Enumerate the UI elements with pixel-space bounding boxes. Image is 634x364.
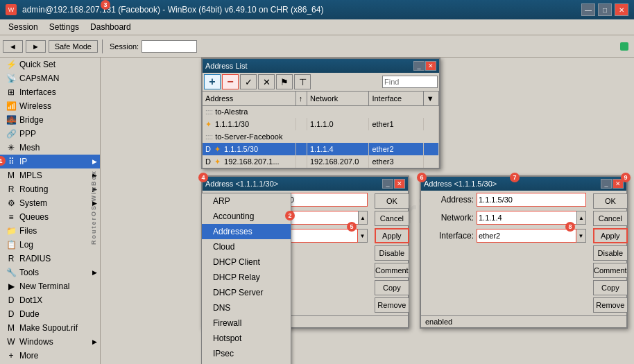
maximize-button[interactable]: □ xyxy=(598,3,612,16)
sidebar-item-interfaces[interactable]: ⊞ Interfaces xyxy=(0,85,100,99)
address-list-close[interactable]: ✕ xyxy=(425,61,436,71)
sidebar-item-dude[interactable]: D Dude xyxy=(0,307,100,321)
comment-button-2[interactable]: Comment xyxy=(593,263,628,278)
interface-dropdown-btn-2[interactable]: ▼ xyxy=(576,229,586,243)
copy-button-2[interactable]: Copy xyxy=(593,280,628,295)
address-list-minimize[interactable]: _ xyxy=(413,61,425,71)
submenu-ipsec[interactable]: IPsec xyxy=(202,346,291,361)
filter-button[interactable]: ⊤ xyxy=(294,74,311,89)
address-label-2: Address: xyxy=(425,195,474,205)
sidebar-item-system[interactable]: ⚙ System ▶ xyxy=(0,196,100,210)
address-table: Address ↑ Network Interface ▼ :::: to-Al… xyxy=(203,92,439,168)
sidebar-item-radius[interactable]: R RADIUS xyxy=(0,252,100,266)
sidebar-item-mesh[interactable]: ✳ Mesh xyxy=(0,141,100,155)
sidebar-item-log[interactable]: 📋 Log xyxy=(0,238,100,252)
find-input[interactable] xyxy=(382,76,438,88)
addr-dialog-1-title-bar[interactable]: Address <1.1.1.1/30> _ ✕ xyxy=(203,177,408,191)
ip-arrow: ▶ xyxy=(92,158,97,165)
sidebar-item-routing[interactable]: R Routing ▶ xyxy=(0,182,100,196)
submenu-dhcp-client[interactable]: DHCP Client xyxy=(202,254,291,270)
sidebar-item-ip[interactable]: ⠿ IP ▶ 1 xyxy=(0,155,100,168)
submenu-hotspot[interactable]: Hotspot xyxy=(202,331,291,346)
interface-dropdown-btn[interactable]: ▼ xyxy=(358,229,368,243)
table-row[interactable]: ✦ 1.1.1.1/30 1.1.1.0 ether1 xyxy=(203,118,439,130)
safe-mode-button[interactable]: Safe Mode xyxy=(49,40,98,53)
back-button[interactable]: ◄ xyxy=(3,40,23,53)
table-row[interactable]: D ✦ 1.1.1.5/30 1.1.1.4 ether2 xyxy=(203,143,439,155)
sidebar-item-quick-set[interactable]: ⚡ Quick Set xyxy=(0,58,100,71)
sidebar-item-wireless[interactable]: 📶 Wireless xyxy=(0,99,100,113)
addr-dialog-1-minimize[interactable]: _ xyxy=(382,179,393,189)
network-spin-up-2[interactable]: ▲ xyxy=(576,211,586,225)
submenu-dns[interactable]: DNS xyxy=(202,300,291,315)
mesh-icon: ✳ xyxy=(6,143,17,153)
address-list-title-bar[interactable]: Address List _ ✕ xyxy=(203,59,439,73)
sidebar-item-tools[interactable]: 🔧 Tools ▶ xyxy=(0,266,100,279)
ok-button-2[interactable]: OK xyxy=(593,193,628,209)
disable-button-1[interactable]: Disable xyxy=(375,245,409,261)
add-address-button[interactable]: + xyxy=(204,74,221,89)
cancel-button-2[interactable]: Cancel xyxy=(593,211,628,226)
menu-settings[interactable]: Settings xyxy=(44,21,85,33)
submenu-accounting[interactable]: Accounting 2 xyxy=(202,209,291,224)
sidebar-item-more[interactable]: + More xyxy=(0,349,100,363)
remove-button-2[interactable]: Remove xyxy=(593,297,628,313)
col-address[interactable]: Address xyxy=(203,92,295,105)
check-button[interactable]: ✓ xyxy=(240,74,257,89)
remove-address-button[interactable]: − xyxy=(222,74,239,89)
col-interface[interactable]: Interface xyxy=(369,92,423,105)
submenu-addresses[interactable]: Addresses xyxy=(202,224,291,239)
session-input[interactable] xyxy=(142,40,197,53)
flag-button[interactable]: ⚑ xyxy=(276,74,293,89)
ok-button-1[interactable]: OK xyxy=(375,193,409,209)
col-sort-icon[interactable]: ↑ xyxy=(295,92,307,105)
sidebar-item-files[interactable]: 📁 Files xyxy=(0,224,100,238)
disable-button-2[interactable]: Disable xyxy=(593,245,628,261)
submenu-arp[interactable]: ARP xyxy=(202,193,291,209)
cross-button[interactable]: ✕ xyxy=(258,74,275,89)
submenu-dhcp-relay[interactable]: DHCP Relay xyxy=(202,270,291,285)
submenu-cloud[interactable]: Cloud xyxy=(202,239,291,254)
table-row[interactable]: :::: to-Server-Facebook xyxy=(203,130,439,143)
address-input-2[interactable] xyxy=(477,193,586,207)
apply-button-1[interactable]: Apply xyxy=(375,228,409,243)
col-network[interactable]: Network xyxy=(307,92,368,105)
col-dropdown[interactable]: ▼ xyxy=(423,92,438,105)
submenu-dhcp-server[interactable]: DHCP Server xyxy=(202,285,291,300)
addr-dialog-1-buttons: OK Cancel Apply Disable Comment Copy Rem… xyxy=(372,191,412,315)
addr-dialog-1-title: Address <1.1.1.1/30> xyxy=(205,180,382,188)
interface-input-2[interactable] xyxy=(477,229,576,243)
badge-1: 1 xyxy=(0,156,6,166)
apply-button-2[interactable]: Apply xyxy=(593,228,628,243)
addr-dialog-2-title-bar[interactable]: Address <1.1.1.5/30> _ ✕ xyxy=(421,177,626,191)
close-button[interactable]: ✕ xyxy=(615,3,628,16)
copy-button-1[interactable]: Copy xyxy=(375,280,409,295)
tools-arrow: ▶ xyxy=(92,269,97,276)
sidebar-item-mpls[interactable]: M MPLS ▶ xyxy=(0,168,100,182)
minimize-button[interactable]: — xyxy=(581,3,595,16)
comment-button-1[interactable]: Comment xyxy=(375,263,409,278)
sidebar-item-dot1x[interactable]: D Dot1X xyxy=(0,293,100,307)
sidebar-item-capsman[interactable]: 📡 CAPsMAN xyxy=(0,71,100,85)
table-row[interactable]: D ✦ 192.168.207.1... 192.168.207.0 ether… xyxy=(203,155,439,168)
sidebar-item-queues[interactable]: ≡ Queues xyxy=(0,210,100,224)
remove-button-1[interactable]: Remove xyxy=(375,297,409,313)
sidebar-item-bridge[interactable]: 🌉 Bridge xyxy=(0,113,100,127)
menu-dashboard[interactable]: Dashboard xyxy=(85,21,137,33)
address-list-title: Address List xyxy=(205,62,413,70)
cancel-button-1[interactable]: Cancel xyxy=(375,211,409,226)
sidebar-item-windows[interactable]: W Windows ▶ xyxy=(0,335,100,349)
addr-dialog-2-minimize[interactable]: _ xyxy=(601,179,612,189)
network-spin-up[interactable]: ▲ xyxy=(358,211,368,225)
addr-dialog-1-close[interactable]: ✕ xyxy=(394,179,405,189)
sidebar-item-ppp[interactable]: 🔗 PPP xyxy=(0,127,100,141)
menu-session[interactable]: Session xyxy=(3,21,44,33)
submenu-kid-control[interactable]: Kid Control xyxy=(202,361,291,364)
sidebar-item-new-terminal[interactable]: ▶ New Terminal xyxy=(0,279,100,293)
windows-arrow: ▶ xyxy=(92,338,97,345)
submenu-firewall[interactable]: Firewall xyxy=(202,315,291,331)
forward-button[interactable]: ► xyxy=(26,40,46,53)
table-row[interactable]: :::: to-Alestra xyxy=(203,105,439,118)
network-input-2[interactable] xyxy=(477,211,576,225)
sidebar-item-make-supout[interactable]: M Make Supout.rif xyxy=(0,321,100,335)
